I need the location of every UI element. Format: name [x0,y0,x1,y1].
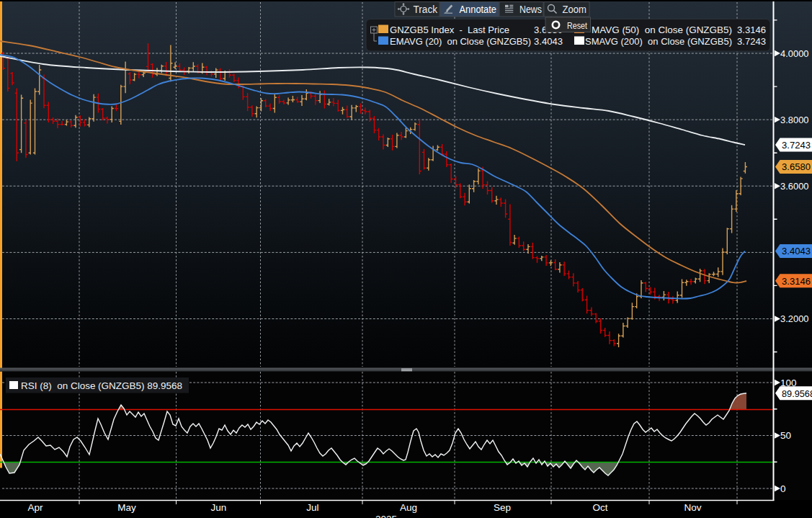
svg-text:4.0000: 4.0000 [780,48,809,59]
svg-text:3.4043: 3.4043 [782,246,811,256]
svg-text:Oct: Oct [592,502,607,513]
svg-text:2025: 2025 [375,514,397,518]
svg-text:Zoom: Zoom [563,4,587,15]
svg-text:GNZGB5 Index - Last Price: GNZGB5 Index - Last Price [390,24,509,35]
svg-text:3.3146: 3.3146 [737,24,766,35]
svg-text:Jun: Jun [211,502,227,513]
svg-text:3.3146: 3.3146 [782,276,811,287]
svg-text:SMAVG (200) on Close (GNZGB5): SMAVG (200) on Close (GNZGB5) [585,36,732,47]
svg-text:MAVG (50) on Close (GNZGB5): MAVG (50) on Close (GNZGB5) [592,24,732,35]
svg-text:Apr: Apr [27,502,43,513]
svg-text:3.6000: 3.6000 [780,181,809,192]
svg-text:Jul: Jul [306,502,318,513]
svg-text:3.6580: 3.6580 [782,161,811,172]
svg-text:3.7243: 3.7243 [737,36,766,47]
svg-text:May: May [117,502,136,513]
svg-text:3.7243: 3.7243 [782,140,811,151]
svg-text:0: 0 [780,483,786,494]
svg-text:3.4043: 3.4043 [534,36,563,47]
svg-text:3.2000: 3.2000 [780,313,809,324]
svg-text:EMAVG (20) on Close (GNZGB5): EMAVG (20) on Close (GNZGB5) [390,36,531,47]
svg-text:Track: Track [414,4,438,15]
svg-text:Aug: Aug [400,502,417,513]
svg-text:3.8000: 3.8000 [780,115,809,125]
svg-text:Reset: Reset [567,20,587,31]
svg-text:89.9568: 89.9568 [782,388,812,399]
svg-text:Sep: Sep [494,502,511,513]
svg-text:Nov: Nov [684,502,701,513]
svg-text:50: 50 [780,430,791,441]
svg-text:RSI (8) on Close (GNZGB5) 89.: RSI (8) on Close (GNZGB5) 89.9568 [21,380,182,391]
svg-text:Annotate: Annotate [460,4,497,15]
svg-text:News: News [519,4,542,15]
